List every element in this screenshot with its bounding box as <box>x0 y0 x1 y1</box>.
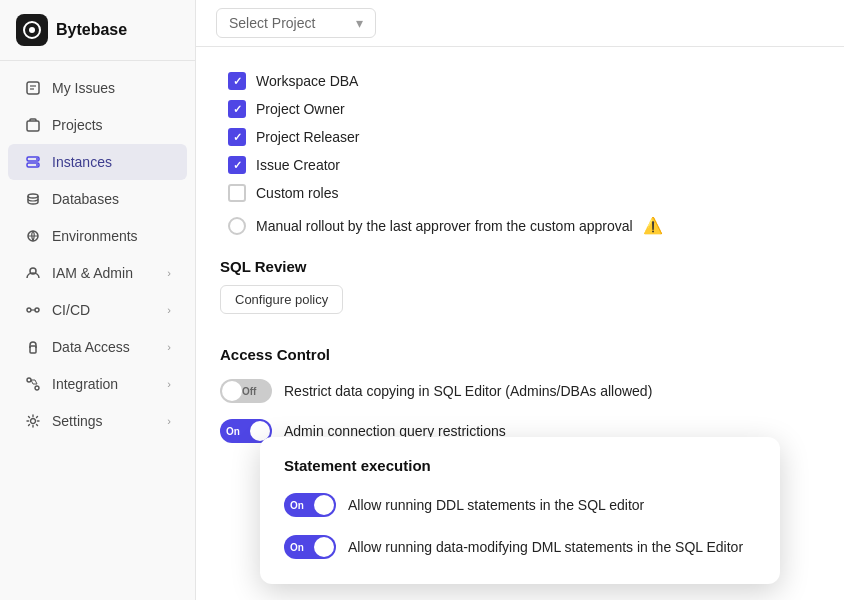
allow-dml-toggle[interactable]: On <box>284 535 336 559</box>
svg-point-13 <box>27 308 31 312</box>
checkbox-row-custom-roles: Custom roles <box>228 179 820 207</box>
sidebar-item-iam-admin[interactable]: IAM & Admin › <box>8 255 187 291</box>
checkbox-project-releaser[interactable] <box>228 128 246 146</box>
sidebar-item-cicd[interactable]: CI/CD › <box>8 292 187 328</box>
sidebar-item-label: Instances <box>52 154 112 170</box>
instances-icon <box>24 153 42 171</box>
restrict-copy-label: Restrict data copying in SQL Editor (Adm… <box>284 383 652 399</box>
sidebar-item-settings[interactable]: Settings › <box>8 403 187 439</box>
sidebar: Bytebase My Issues Projects <box>0 0 196 600</box>
projects-icon <box>24 116 42 134</box>
sidebar-item-projects[interactable]: Projects <box>8 107 187 143</box>
sidebar-item-label: My Issues <box>52 80 115 96</box>
sql-review-title: SQL Review <box>220 258 820 275</box>
checkbox-row-project-releaser: Project Releaser <box>228 123 820 151</box>
radio-manual-rollout[interactable] <box>228 217 246 235</box>
iam-admin-icon <box>24 264 42 282</box>
chevron-right-icon: › <box>167 415 171 427</box>
svg-point-1 <box>29 27 35 33</box>
configure-policy-button[interactable]: Configure policy <box>220 285 343 314</box>
project-select-text: Select Project <box>229 15 315 31</box>
main-content: Select Project ▾ Workspace DBA Project O… <box>196 0 844 600</box>
settings-icon <box>24 412 42 430</box>
sidebar-nav: My Issues Projects Instances <box>0 61 195 600</box>
restrict-copy-toggle-row: Off Restrict data copying in SQL Editor … <box>220 373 820 409</box>
access-control-title: Access Control <box>220 346 820 363</box>
sidebar-item-instances[interactable]: Instances <box>8 144 187 180</box>
warning-icon: ⚠️ <box>643 216 663 235</box>
data-access-icon <box>24 338 42 356</box>
svg-rect-2 <box>27 82 39 94</box>
allow-dml-toggle-row: On Allow running data-modifying DML stat… <box>284 530 756 564</box>
svg-point-14 <box>35 308 39 312</box>
popup-card-content: Statement execution On Allow running DDL… <box>260 437 780 584</box>
checkbox-label: Project Releaser <box>256 129 360 145</box>
databases-icon <box>24 190 42 208</box>
my-issues-icon <box>24 79 42 97</box>
popup-title: Statement execution <box>284 457 756 474</box>
environments-icon <box>24 227 42 245</box>
svg-rect-5 <box>27 121 39 131</box>
svg-point-17 <box>35 386 39 390</box>
sidebar-item-label: Projects <box>52 117 103 133</box>
sidebar-item-databases[interactable]: Databases <box>8 181 187 217</box>
checkbox-label: Issue Creator <box>256 157 340 173</box>
svg-point-9 <box>36 164 38 166</box>
svg-point-10 <box>28 194 38 198</box>
restrict-copy-toggle[interactable]: Off <box>220 379 272 403</box>
sidebar-item-label: Databases <box>52 191 119 207</box>
chevron-right-icon: › <box>167 378 171 390</box>
allow-dml-label: Allow running data-modifying DML stateme… <box>348 539 743 555</box>
checkbox-label: Custom roles <box>256 185 338 201</box>
svg-point-16 <box>27 378 31 382</box>
checkbox-issue-creator[interactable] <box>228 156 246 174</box>
app-logo: Bytebase <box>0 0 195 61</box>
sidebar-item-label: Settings <box>52 413 103 429</box>
sidebar-item-my-issues[interactable]: My Issues <box>8 70 187 106</box>
svg-point-8 <box>36 158 38 160</box>
sidebar-item-label: Data Access <box>52 339 130 355</box>
chevron-right-icon: › <box>167 267 171 279</box>
checkbox-label: Workspace DBA <box>256 73 358 89</box>
sidebar-item-environments[interactable]: Environments <box>8 218 187 254</box>
checkbox-row-issue-creator: Issue Creator <box>228 151 820 179</box>
checkbox-project-owner[interactable] <box>228 100 246 118</box>
checkbox-custom-roles[interactable] <box>228 184 246 202</box>
sidebar-item-label: CI/CD <box>52 302 90 318</box>
checkbox-workspace-dba[interactable] <box>228 72 246 90</box>
logo-icon <box>16 14 48 46</box>
topbar: Select Project ▾ <box>196 0 844 47</box>
sidebar-item-data-access[interactable]: Data Access › <box>8 329 187 365</box>
allow-ddl-label: Allow running DDL statements in the SQL … <box>348 497 644 513</box>
logo-text: Bytebase <box>56 21 127 39</box>
chevron-right-icon: › <box>167 341 171 353</box>
statement-execution-popup: Statement execution On Allow running DDL… <box>260 437 780 592</box>
allow-ddl-toggle-row: On Allow running DDL statements in the S… <box>284 488 756 522</box>
checkbox-row-project-owner: Project Owner <box>228 95 820 123</box>
cicd-icon <box>24 301 42 319</box>
chevron-right-icon: › <box>167 304 171 316</box>
checkbox-label: Project Owner <box>256 101 345 117</box>
radio-row-manual-rollout: Manual rollout by the last approver from… <box>228 211 820 240</box>
sidebar-item-label: IAM & Admin <box>52 265 133 281</box>
allow-ddl-toggle[interactable]: On <box>284 493 336 517</box>
sidebar-item-integration[interactable]: Integration › <box>8 366 187 402</box>
manual-rollout-label: Manual rollout by the last approver from… <box>256 218 633 234</box>
sidebar-item-label: Integration <box>52 376 118 392</box>
checkbox-row-workspace-dba: Workspace DBA <box>228 67 820 95</box>
svg-rect-15 <box>30 346 36 353</box>
svg-point-18 <box>31 419 36 424</box>
project-select-dropdown[interactable]: Select Project ▾ <box>216 8 376 38</box>
sidebar-item-label: Environments <box>52 228 138 244</box>
integration-icon <box>24 375 42 393</box>
dropdown-chevron-icon: ▾ <box>356 15 363 31</box>
